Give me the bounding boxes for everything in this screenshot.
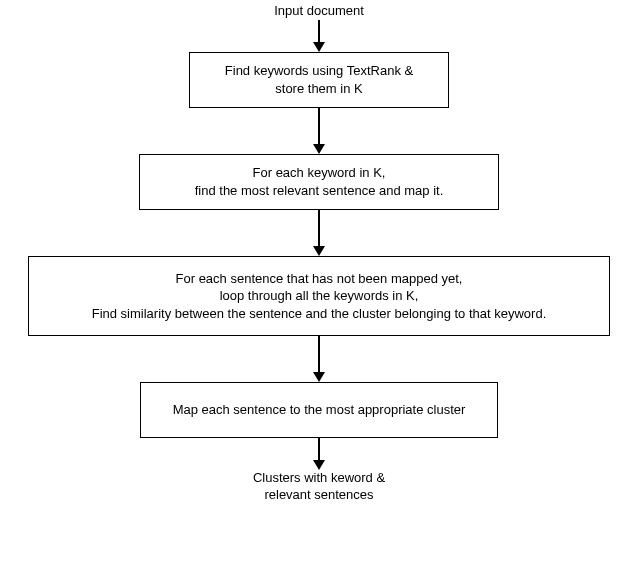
arrow-shaft	[318, 20, 320, 42]
arrow-head-icon	[313, 460, 325, 470]
output-terminal: Clusters with keword & relevant sentence…	[253, 470, 385, 504]
arrow-head-icon	[313, 246, 325, 256]
process-step-2: For each keyword in K, find the most rel…	[139, 154, 499, 210]
arrow-head-icon	[313, 144, 325, 154]
arrow-icon	[313, 210, 325, 256]
input-terminal: Input document	[274, 3, 364, 20]
arrow-head-icon	[313, 42, 325, 52]
arrow-shaft	[318, 210, 320, 246]
process-step-3: For each sentence that has not been mapp…	[28, 256, 610, 336]
arrow-shaft	[318, 438, 320, 460]
flowchart: Input document Find keywords using TextR…	[0, 0, 638, 504]
arrow-icon	[313, 108, 325, 154]
arrow-head-icon	[313, 372, 325, 382]
process-step-1: Find keywords using TextRank & store the…	[189, 52, 449, 108]
process-step-4: Map each sentence to the most appropriat…	[140, 382, 498, 438]
arrow-icon	[313, 438, 325, 470]
arrow-shaft	[318, 336, 320, 372]
arrow-icon	[313, 20, 325, 52]
arrow-icon	[313, 336, 325, 382]
arrow-shaft	[318, 108, 320, 144]
